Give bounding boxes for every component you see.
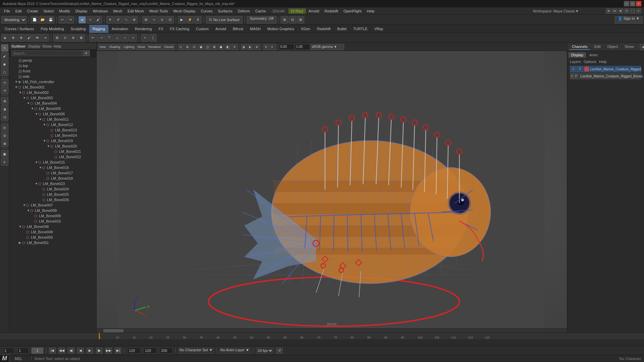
menu-mesh-tools[interactable]: Mesh Tools <box>147 8 170 14</box>
tree-item-lm_bone025[interactable]: ⬡LM_Bone025 <box>9 192 96 197</box>
move-tool-btn[interactable]: ✛ <box>106 16 114 23</box>
menu-help[interactable]: Help <box>364 8 377 14</box>
tab-vray[interactable]: VRay <box>371 25 387 33</box>
rp-tab-show[interactable]: Show <box>622 44 637 50</box>
tab-mash[interactable]: MASH <box>247 25 264 33</box>
tree-item-lm_bone021[interactable]: ⬡LM_Bone021 <box>9 149 96 154</box>
toolbar-extra-2[interactable]: ⊟ <box>289 16 296 23</box>
outliner-display-menu[interactable]: Display <box>28 44 40 48</box>
tab-xgen[interactable]: XGen <box>298 25 314 33</box>
rp-icon-1[interactable]: ◀ <box>640 44 644 50</box>
tree-expand-3[interactable]: ▼ <box>27 102 30 105</box>
tree-item-lm_bone022[interactable]: ⬡LM_Bone022 <box>9 154 96 160</box>
vp-light-btn[interactable]: ☀ <box>232 44 238 50</box>
vp-shadow-btn[interactable]: ◑ <box>241 44 247 50</box>
rig-tool-8[interactable]: ⊙ <box>61 34 69 42</box>
scale-tool-btn[interactable]: ⤡ <box>122 16 130 23</box>
paint-select-btn[interactable]: 🖌 <box>95 16 102 23</box>
tab-rendering[interactable]: Rendering <box>131 25 155 33</box>
layout-btn3[interactable]: ⊠ <box>618 8 623 14</box>
rig-tool-5[interactable]: ⇆ <box>34 34 41 42</box>
tree-expand-29[interactable]: ▶ <box>19 241 22 244</box>
tree-item-lm_bone015[interactable]: ▼⬡LM_Bone015 <box>9 160 96 165</box>
live-surface-btn[interactable]: ⊙ persp No Live Surface <box>206 16 243 23</box>
vp-grid-btn[interactable]: ⊞ <box>185 44 191 50</box>
snap-curve-btn[interactable]: ∿ <box>150 16 158 23</box>
menu-vray[interactable]: [V-Ray] <box>288 8 306 14</box>
mode-dropdown[interactable]: Modeling <box>1 16 26 23</box>
tab-rigging[interactable]: Rigging <box>89 25 108 33</box>
menu-file[interactable]: File <box>1 8 13 14</box>
open-file-btn[interactable]: 📂 <box>39 16 46 23</box>
rig-tool-13[interactable]: ⊤ <box>105 34 113 42</box>
rig-tool-6[interactable]: ⇒ <box>42 34 49 42</box>
lasso-tool-btn[interactable]: ⊃ <box>87 16 94 23</box>
tree-item-lm_bone005[interactable]: ▼⬡LM_Bone005 <box>9 106 96 111</box>
layout-btn1[interactable]: ⊞ <box>606 8 611 14</box>
tab-custom[interactable]: Custom <box>193 25 212 33</box>
history-btn[interactable]: ↺ <box>1 87 8 94</box>
vp-renderer-menu[interactable]: Renderer <box>147 44 162 50</box>
rig-tool-16[interactable]: ⊧ <box>129 34 137 42</box>
select-mode-btn[interactable]: ↖ <box>1 44 8 52</box>
tree-item-lm_bone011[interactable]: ▼⬡LM_Bone011 <box>9 117 96 122</box>
next-frame-btn[interactable]: |▶ <box>96 348 103 354</box>
outliner-search-btn[interactable]: ▼ <box>83 50 90 56</box>
tree-item-lm_bone050[interactable]: ⬡LM_Bone050 <box>9 235 96 240</box>
tree-item-lm_bone023[interactable]: ▼⬡LM_Bone023 <box>9 181 96 186</box>
prev-key-btn[interactable]: ◀| <box>68 348 74 354</box>
vp-wireframe-btn[interactable]: ⊠ <box>212 44 218 50</box>
step-back-btn[interactable]: ◀◀ <box>58 348 65 354</box>
tree-item-lm_bone006[interactable]: ▼⬡LM_Bone006 <box>9 111 96 117</box>
frame-all-btn[interactable]: ⊟ <box>1 132 8 139</box>
menu-curves[interactable]: Curves <box>198 8 215 14</box>
minimize-button[interactable]: — <box>624 1 629 6</box>
tree-expand-4[interactable]: ▼ <box>31 107 34 110</box>
tree-item-lm_bone051[interactable]: ▶⬡LM_Bone051 <box>9 240 96 245</box>
rp-tab-object[interactable]: Object <box>604 44 621 50</box>
ch-menu-layers[interactable]: Layers <box>570 60 581 64</box>
tab-turtle[interactable]: TURTLE <box>350 25 371 33</box>
pause-render-btn[interactable]: ⏸ <box>194 16 202 23</box>
layer-vis-check-1[interactable]: V <box>571 66 576 72</box>
playback-start-field[interactable] <box>127 348 141 354</box>
snap-grid-btn[interactable]: ⊞ <box>142 16 150 23</box>
step-forward-btn[interactable]: ▶▶ <box>105 348 112 354</box>
tab-arnold[interactable]: Arnold <box>212 25 229 33</box>
play-btn[interactable]: ▶ <box>87 348 93 354</box>
menu-select[interactable]: Select <box>41 8 57 14</box>
tree-item-lm_bone004[interactable]: ▼⬡LM_Bone004 <box>9 101 96 106</box>
ipr-render-btn[interactable]: ⚡ <box>186 16 194 23</box>
tree-expand-7[interactable]: ▼ <box>43 123 46 126</box>
menu-edit-mesh[interactable]: Edit Mesh <box>125 8 147 14</box>
ch-tab-display[interactable]: Display <box>569 52 586 58</box>
close-button[interactable]: ✕ <box>636 1 641 6</box>
ch-menu-help[interactable]: Help <box>599 60 607 64</box>
outliner-help-menu[interactable]: Help <box>54 44 61 48</box>
rig-tool-15[interactable]: ⊦ <box>121 34 129 42</box>
start-frame-input[interactable] <box>3 348 14 354</box>
vp-shading-menu[interactable]: Shading <box>108 44 121 50</box>
vp-manip-btn[interactable]: ✛ <box>263 44 269 50</box>
tab-sculpting[interactable]: Sculpting <box>67 25 89 33</box>
layout-btn2[interactable]: ⊟ <box>612 8 617 14</box>
rp-tab-channels[interactable]: Channels <box>569 44 590 50</box>
menu-openflight[interactable]: OpenFlight <box>341 8 364 14</box>
tree-expand-1[interactable]: ▼ <box>19 91 22 94</box>
toolbar-extra-1[interactable]: ⊞ <box>281 16 288 23</box>
tree-item-lm-fish-controller[interactable]: ▼ ⊕ LM_Fish_controller <box>9 79 96 84</box>
menu-create[interactable]: Create <box>24 8 41 14</box>
snap-toggle-btn[interactable]: ⊙ <box>1 79 8 86</box>
menu-arnold[interactable]: Arnold <box>306 8 322 14</box>
tree-item-lm_bone014[interactable]: ⬡LM_Bone014 <box>9 133 96 138</box>
current-frame-input[interactable] <box>17 348 29 354</box>
layer-ref-check-1[interactable]: P <box>577 66 583 72</box>
menu-display[interactable]: Display <box>73 8 90 14</box>
menu-windows[interactable]: Windows <box>90 8 111 14</box>
vp-lighting-menu[interactable]: Lighting <box>122 44 136 50</box>
menu-cache[interactable]: Cache <box>253 8 269 14</box>
save-file-btn[interactable]: 💾 <box>47 16 54 23</box>
character-set-dropdown[interactable]: No Character Set ▼ <box>178 348 214 354</box>
rig-tool-11[interactable]: ⊢ <box>89 34 97 42</box>
rig-tool-3[interactable]: ⊗ <box>17 34 25 42</box>
